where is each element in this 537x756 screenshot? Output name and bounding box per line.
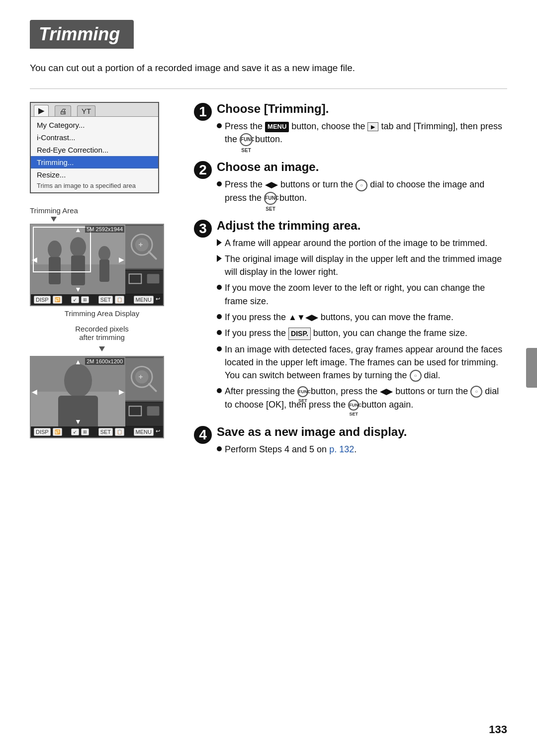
menu-btn-bottom: MENU xyxy=(134,428,154,436)
menu-item-resize: Resize... xyxy=(31,168,158,181)
lcd-bottom-right-top: + xyxy=(125,357,163,402)
menu-item-red-eye: Red-Eye Correction... xyxy=(31,144,158,156)
bullet-triangle-1 xyxy=(217,239,222,246)
step-3-bullet-5: If you press the DISP. button, you can c… xyxy=(217,327,507,339)
svg-rect-8 xyxy=(99,259,109,282)
menu-btn-top: MENU xyxy=(134,296,154,304)
bullet-circle-7 xyxy=(217,388,222,393)
menu-icon: MENU xyxy=(265,122,289,132)
menu-items: My Category... i-Contrast... Red-Eye Cor… xyxy=(31,117,158,192)
lcd-controls-top: DISP 🔁 ↙ ⊞ SET 📋 MENU xyxy=(31,294,163,305)
menu-tab-play: ▶ xyxy=(34,105,49,116)
step-3-bullet-3: If you move the zoom lever to the left o… xyxy=(217,281,507,307)
step-2-bullet-1-text: Press the ◀▶ buttons or turn the ○ dial … xyxy=(225,178,507,205)
bullet-circle-8 xyxy=(217,446,222,451)
menu-item-my-category: My Category... xyxy=(31,119,158,131)
lcd-top-inner: 5M 2592x1944 ◀ ▶ ▲ ▼ xyxy=(31,225,163,305)
arrow-btn-top: ↙ xyxy=(71,296,79,303)
step-3-bullet-6: In an image with detected faces, gray fr… xyxy=(217,343,507,382)
icon-btn-5: 📋 xyxy=(115,428,124,436)
svg-rect-4 xyxy=(49,257,61,284)
bullet-triangle-2 xyxy=(217,255,222,262)
bullet-circle-3 xyxy=(217,285,222,290)
arrow-down-bottom: ▼ xyxy=(75,418,82,425)
menu-back-arrow-2: ↩ xyxy=(156,428,160,436)
svg-rect-6 xyxy=(71,255,85,285)
step-4-title: Save as a new image and display. xyxy=(217,425,407,439)
menu-item-trimming: Trimming... xyxy=(31,156,158,168)
step-1-bullet-1: Press the MENU button, choose the ▶ tab … xyxy=(217,120,507,146)
icon-btn-3: 📋 xyxy=(115,296,124,304)
svg-text:+: + xyxy=(139,240,143,249)
arrow-down-top: ▼ xyxy=(75,285,82,293)
step-2-number: 2 xyxy=(194,161,212,179)
section-divider xyxy=(30,88,507,89)
svg-point-3 xyxy=(48,241,62,258)
disp-icon: DISP. xyxy=(288,328,311,339)
step-2-bullet-1: Press the ◀▶ buttons or turn the ○ dial … xyxy=(217,178,507,205)
grid-btn: ⊞ xyxy=(81,296,89,303)
dial-icon-3: ○ xyxy=(470,386,482,398)
step-3-bullet-1: A frame will appear around the portion o… xyxy=(217,237,507,250)
intro-text: You can cut out a portion of a recorded … xyxy=(30,63,507,74)
bullet-circle-6 xyxy=(217,346,222,351)
lcd-controls-bottom: DISP 🔁 ↙ ⊞ SET 📋 MENU xyxy=(31,426,163,437)
menu-back-arrow: ↩ xyxy=(156,296,160,304)
lcd-main-image: 5M 2592x1944 ◀ ▶ ▲ ▼ xyxy=(31,225,125,294)
func-set-icon-1: FUNCSET xyxy=(240,133,253,146)
step-3-bullet-3-text: If you move the zoom lever to the left o… xyxy=(225,281,507,307)
right-column: 1 Choose [Trimming]. Press the MENU butt… xyxy=(194,102,507,470)
step-1: 1 Choose [Trimming]. Press the MENU butt… xyxy=(194,102,507,149)
arrow-btn-bottom: ↙ xyxy=(71,428,79,435)
arrow-up-top: ▲ xyxy=(75,226,82,234)
lcd-bottom-right-images: + xyxy=(125,357,163,426)
arrow-left-top: ◀ xyxy=(32,255,37,263)
arrows-lr-icon: ◀▶ xyxy=(265,180,278,189)
arrows-4dir-icon: ▲▼◀▶ xyxy=(288,313,318,322)
lcd-top-row: 5M 2592x1944 ◀ ▶ ▲ ▼ xyxy=(31,225,163,294)
step-3-bullet-1-text: A frame will appear around the portion o… xyxy=(225,237,487,250)
set-btn-top: SET xyxy=(98,296,113,304)
step-2-content: Choose an image. Press the ◀▶ buttons or… xyxy=(217,160,507,208)
step-1-bullet-1-text: Press the MENU button, choose the ▶ tab … xyxy=(225,120,507,146)
step-3-bullet-7: After pressing the FUNCSET button, press… xyxy=(217,385,507,411)
recorded-pixels-arrow xyxy=(99,346,105,351)
page-link[interactable]: p. 132 xyxy=(329,444,354,454)
step-3-bullet-4-text: If you press the ▲▼◀▶ buttons, you can m… xyxy=(225,311,453,324)
step-4-bullet-1: Perform Steps 4 and 5 on p. 132. xyxy=(217,443,407,456)
arrow-right-bottom: ▶ xyxy=(119,388,124,396)
dial-icon-2: ○ xyxy=(410,370,422,382)
lcd-bottom-row: 2M 1600x1200 ◀ ▶ ▲ ▼ xyxy=(31,357,163,426)
menu-item-description: Trims an image to a specified area xyxy=(31,181,158,190)
recorded-pixels-label: Recorded pixelsafter trimming xyxy=(75,325,129,341)
dial-icon-1: ○ xyxy=(356,179,367,191)
step-1-number: 1 xyxy=(194,103,212,121)
arrow-up-bottom: ▲ xyxy=(75,358,82,366)
play-tab-icon: ▶ xyxy=(367,122,378,131)
step-3-content: Adjust the trimming area. A frame will a… xyxy=(217,219,507,414)
svg-text:+: + xyxy=(139,372,143,381)
svg-rect-17 xyxy=(147,274,160,283)
step-3-bullet-2-text: The original image will display in the u… xyxy=(225,252,507,278)
page-number: 133 xyxy=(489,723,507,736)
step-1-title: Choose [Trimming]. xyxy=(217,102,507,116)
lcd-bottom: 2M 1600x1200 ◀ ▶ ▲ ▼ xyxy=(30,356,164,438)
step-3-bullet-6-text: In an image with detected faces, gray fr… xyxy=(225,343,507,382)
set-btn-bottom: SET xyxy=(98,428,113,436)
bullet-circle-2 xyxy=(217,181,222,186)
menu-tab-print: 🖨 xyxy=(55,105,71,116)
menu-item-i-contrast: i-Contrast... xyxy=(31,131,158,144)
main-layout: ▶ 🖨 YT My Category... i-Contrast... Red-… xyxy=(30,102,507,470)
step-1-content: Choose [Trimming]. Press the MENU button… xyxy=(217,102,507,149)
right-tab xyxy=(526,348,537,388)
trimming-area-display-label: Trimming Area Display xyxy=(30,309,174,318)
icon-btn-4: 🔁 xyxy=(53,428,62,436)
left-column: ▶ 🖨 YT My Category... i-Contrast... Red-… xyxy=(30,102,174,470)
svg-rect-30 xyxy=(147,406,160,416)
step-2-title: Choose an image. xyxy=(217,160,507,174)
menu-screenshot: ▶ 🖨 YT My Category... i-Contrast... Red-… xyxy=(30,102,159,193)
lcd-bottom-inner: 2M 1600x1200 ◀ ▶ ▲ ▼ xyxy=(31,357,163,437)
disp-btn-top: DISP xyxy=(34,296,51,304)
step-3-number: 3 xyxy=(194,220,212,238)
svg-point-7 xyxy=(98,246,110,261)
